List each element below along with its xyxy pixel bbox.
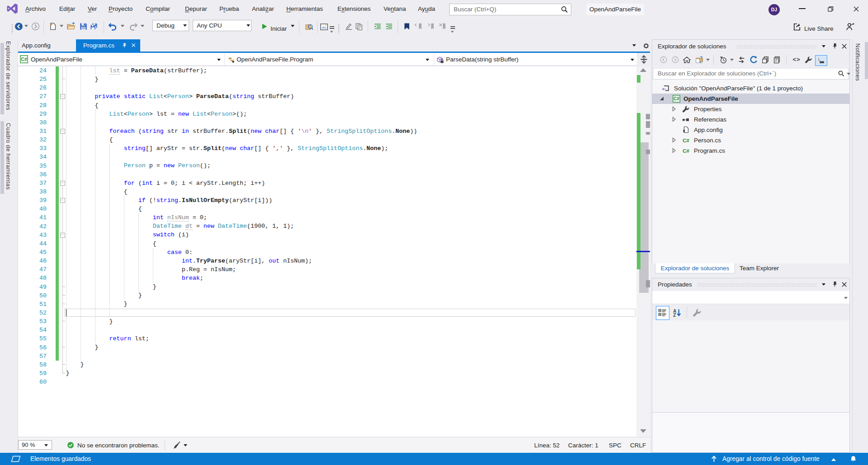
svg-text:C#: C# [683,148,689,154]
svg-text:Z: Z [673,313,676,317]
svg-text:C#: C# [674,96,679,101]
svg-text:C#: C# [683,138,689,143]
